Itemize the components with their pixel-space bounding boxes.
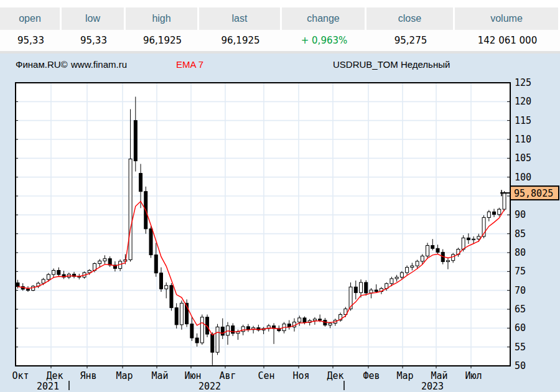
svg-text:2023: 2023 — [421, 381, 444, 392]
close-value: 95,275 — [366, 35, 455, 46]
svg-text:2022: 2022 — [198, 381, 221, 392]
svg-text:75: 75 — [515, 266, 526, 277]
svg-text:100: 100 — [515, 172, 531, 183]
finam-chart-window: { "header": { "columns": [ {"label": "op… — [0, 0, 560, 392]
volume-value: 142 061 000 — [455, 35, 560, 46]
col-header-volume: volume — [455, 7, 560, 30]
svg-text:Май: Май — [151, 370, 168, 381]
svg-text:Авг: Авг — [219, 370, 236, 381]
high-value: 96,1925 — [126, 35, 199, 46]
svg-text:50: 50 — [515, 360, 526, 371]
svg-text:125: 125 — [515, 77, 531, 88]
svg-text:Май: Май — [431, 370, 447, 381]
svg-text:Мар: Мар — [116, 370, 133, 381]
svg-text:Янв: Янв — [80, 370, 96, 381]
svg-text:Июл: Июл — [465, 370, 482, 381]
svg-text:Окт: Окт — [12, 370, 29, 381]
svg-text:80: 80 — [515, 247, 526, 258]
last-value: 96,1925 — [199, 35, 282, 46]
instrument-label: USDRUB_TOM Недельный — [333, 59, 450, 70]
svg-text:Дек: Дек — [46, 370, 63, 381]
svg-text:Ноя: Ноя — [292, 370, 309, 381]
chart-area: Финам.RU© www.finam.ru EMA 7 USDRUB_TOM … — [0, 54, 560, 392]
col-header-change: change — [282, 7, 366, 30]
svg-text:115: 115 — [515, 115, 531, 126]
col-header-high: high — [126, 7, 199, 30]
svg-text:110: 110 — [515, 134, 531, 145]
open-value: 95,33 — [0, 35, 62, 46]
svg-text:Фев: Фев — [363, 370, 380, 381]
brand-label: Финам.RU© — [16, 59, 68, 70]
svg-text:65: 65 — [515, 304, 526, 315]
low-value: 95,33 — [62, 35, 126, 46]
svg-text:90: 90 — [515, 209, 526, 220]
change-value: + 0,963% — [282, 35, 366, 46]
svg-text:55: 55 — [515, 342, 526, 353]
svg-text:60: 60 — [515, 322, 526, 334]
svg-text:Мар: Мар — [396, 370, 413, 381]
svg-text:2021: 2021 — [37, 381, 59, 392]
col-header-low: low — [62, 7, 126, 30]
current-price-text: 95,8025 — [514, 188, 553, 199]
svg-text:120: 120 — [515, 96, 531, 107]
svg-text:Сен: Сен — [258, 370, 274, 381]
col-header-close: close — [366, 7, 455, 30]
svg-text:Июн: Июн — [184, 370, 201, 381]
svg-text:70: 70 — [515, 285, 526, 296]
ema-indicator-label: EMA 7 — [176, 59, 203, 70]
price-chart-svg: 125120115110105100908580757065605550ОктД… — [0, 75, 560, 392]
col-header-last: last — [199, 7, 282, 30]
quote-values-row: 95,33 95,33 96,1925 96,1925 + 0,963% 95,… — [0, 30, 560, 51]
top-margin — [0, 0, 560, 7]
col-header-open: open — [0, 7, 62, 30]
site-link[interactable]: www.finam.ru — [71, 59, 127, 70]
quote-header-row: open low high last change close volume — [0, 7, 560, 30]
svg-text:Дек: Дек — [327, 370, 343, 381]
svg-text:105: 105 — [515, 152, 531, 164]
chart-title-row: Финам.RU© www.finam.ru EMA 7 USDRUB_TOM … — [0, 59, 560, 72]
svg-text:85: 85 — [515, 228, 526, 240]
